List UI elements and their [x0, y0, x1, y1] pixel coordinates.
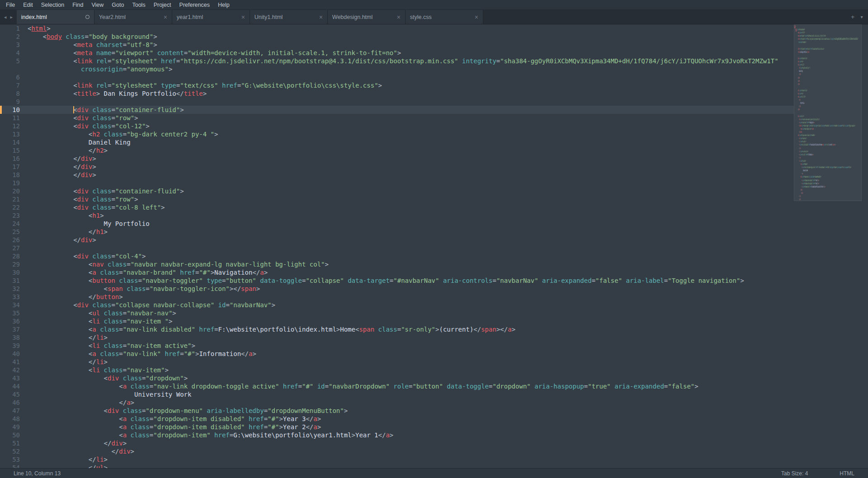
close-tab-icon[interactable]: ×	[164, 14, 167, 20]
code-line-49[interactable]: 49 <a class="dropdown-item disabled" hre…	[0, 423, 794, 431]
menu-view[interactable]: View	[87, 1, 108, 9]
menu-find[interactable]: Find	[68, 1, 87, 9]
code-text: <li class="nav-item active">	[28, 342, 195, 350]
code-line-34[interactable]: 34 <div class="collapse navbar-collapse"…	[0, 301, 794, 309]
code-line-19[interactable]: 19	[0, 179, 794, 187]
code-line-28[interactable]: 28 <div class="col-4">	[0, 252, 794, 260]
code-line-20[interactable]: 20 <div class="container-fluid">	[0, 187, 794, 195]
code-lines[interactable]: 1<html>2 <body class="body background">3…	[0, 24, 794, 468]
code-text: <h1>	[28, 211, 104, 220]
menu-goto[interactable]: Goto	[108, 1, 128, 9]
tab-year1.html[interactable]: year1.html×	[172, 10, 250, 24]
code-text: <div class="col-4">	[28, 252, 146, 260]
menu-help[interactable]: Help	[214, 1, 234, 9]
menu-file[interactable]: File	[2, 1, 19, 9]
close-tab-icon[interactable]: ×	[319, 14, 323, 20]
code-line-32[interactable]: 32 <span class="navbar-toggler-icon"></s…	[0, 285, 794, 293]
tab-Year2.html[interactable]: Year2.html×	[94, 10, 172, 24]
close-tab-icon[interactable]: ×	[397, 14, 401, 20]
code-line-36[interactable]: 36 <li class="nav-item ">	[0, 317, 794, 325]
menu-project[interactable]: Project	[150, 1, 175, 9]
code-line-33[interactable]: 33 </button>	[0, 293, 794, 301]
code-line-16[interactable]: 16 </div>	[0, 155, 794, 163]
code-line-35[interactable]: 35 <ul class="navbar-nav">	[0, 309, 794, 317]
code-line-9[interactable]: 9	[0, 98, 794, 106]
menu-selection[interactable]: Selection	[37, 1, 68, 9]
close-tab-icon[interactable]: ×	[241, 14, 245, 20]
code-line-3[interactable]: 3 <meta charset="utf-8">	[0, 41, 794, 49]
code-line-17[interactable]: 17 </div>	[0, 163, 794, 171]
minimap[interactable]: <html> <body class="body background"> <m…	[794, 24, 862, 468]
code-text: </li>	[28, 333, 108, 342]
code-text: </ul>	[28, 464, 108, 468]
tab-bar: ◀ ▶ index.htmlYear2.html×year1.html×Unit…	[0, 10, 868, 24]
code-line-40[interactable]: 40 <a class="nav-link" href="#">Informat…	[0, 350, 794, 358]
tab-style.css[interactable]: style.css×	[406, 10, 483, 24]
code-line-10[interactable]: 10 <div class="container-fluid">	[0, 106, 794, 114]
code-line-15[interactable]: 15 </h2>	[0, 146, 794, 155]
menu-tools[interactable]: Tools	[128, 1, 149, 9]
code-line-42[interactable]: 42 <li class="nav-item">	[0, 366, 794, 374]
code-line-45[interactable]: 45 University Work	[0, 390, 794, 398]
code-line-48[interactable]: 48 <a class="dropdown-item disabled" hre…	[0, 415, 794, 423]
menu-preferences[interactable]: Preferences	[175, 1, 214, 9]
code-line-23[interactable]: 23 <h1>	[0, 211, 794, 220]
tab-Webdesign.html[interactable]: Webdesign.html×	[328, 10, 406, 24]
line-number: 46	[0, 398, 20, 407]
line-number: 21	[0, 195, 20, 203]
code-line-31[interactable]: 31 <button class="navbar-toggler" type="…	[0, 276, 794, 285]
code-line-11[interactable]: 11 <div class="row">	[0, 114, 794, 122]
code-line-8[interactable]: 8 <title> Dan Kings Portfolio</title>	[0, 89, 794, 98]
tab-history-forward-icon[interactable]: ▶	[10, 15, 12, 19]
tab-Unity1.html[interactable]: Unity1.html×	[250, 10, 328, 24]
syntax-status[interactable]: HTML	[840, 470, 854, 477]
new-tab-icon[interactable]: +	[851, 14, 854, 20]
code-line-37[interactable]: 37 <a class="nav-link disabled" href=F:\…	[0, 325, 794, 333]
code-line-54[interactable]: 54 </ul>	[0, 464, 794, 468]
code-text: <div class="container-fluid">	[28, 187, 184, 195]
code-line-wrap[interactable]: crossorigin="anonymous">	[0, 65, 794, 73]
tab-overflow-icon[interactable]: ▾	[860, 14, 863, 20]
code-text: <a class="nav-link disabled" href=F:\web…	[28, 325, 515, 333]
code-line-5[interactable]: 5 <link rel="stylesheet" href="https://c…	[0, 57, 794, 65]
menu-edit[interactable]: Edit	[19, 1, 37, 9]
code-line-21[interactable]: 21 <div class="row">	[0, 195, 794, 203]
line-number: 50	[0, 431, 20, 439]
code-line-43[interactable]: 43 <div class="dropdown">	[0, 374, 794, 382]
modified-line-marker	[0, 106, 2, 114]
minimap-viewport[interactable]	[794, 24, 862, 201]
code-line-44[interactable]: 44 <a class="nav-link dropdown-toggle ac…	[0, 382, 794, 390]
code-line-22[interactable]: 22 <div class="col-8 left">	[0, 203, 794, 211]
code-line-29[interactable]: 29 <nav class="navbar navbar-expand-lg n…	[0, 260, 794, 268]
tab-history-back-icon[interactable]: ◀	[4, 15, 6, 19]
code-line-53[interactable]: 53 </li>	[0, 455, 794, 464]
code-line-7[interactable]: 7 <link rel="stylesheet" type="text/css"…	[0, 81, 794, 89]
code-line-41[interactable]: 41 </li>	[0, 358, 794, 366]
code-line-46[interactable]: 46 </a>	[0, 398, 794, 407]
code-line-2[interactable]: 2 <body class="body background">	[0, 33, 794, 41]
code-line-30[interactable]: 30 <a class="navbar-brand" href="#">Navi…	[0, 268, 794, 276]
code-line-4[interactable]: 4 <meta name="viewport" content="width=d…	[0, 49, 794, 57]
tab-index.html[interactable]: index.html	[17, 10, 94, 24]
code-line-14[interactable]: 14 Daniel King	[0, 138, 794, 146]
code-line-6[interactable]: 6	[0, 73, 794, 81]
tab-size-status[interactable]: Tab Size: 4	[781, 470, 808, 477]
line-number: 51	[0, 439, 20, 447]
code-line-13[interactable]: 13 <h2 class="bg-dark center2 py-4 ">	[0, 130, 794, 138]
code-text: <div class="col-12">	[28, 122, 150, 130]
code-line-38[interactable]: 38 </li>	[0, 333, 794, 342]
close-tab-icon[interactable]: ×	[475, 14, 478, 20]
code-line-25[interactable]: 25 </h1>	[0, 228, 794, 236]
code-line-18[interactable]: 18 </div>	[0, 171, 794, 179]
code-line-50[interactable]: 50 <a class="dropdown-item" href=G:\webs…	[0, 431, 794, 439]
code-line-51[interactable]: 51 </div>	[0, 439, 794, 447]
code-line-12[interactable]: 12 <div class="col-12">	[0, 122, 794, 130]
code-line-47[interactable]: 47 <div class="dropdown-menu" aria-label…	[0, 407, 794, 415]
code-line-24[interactable]: 24 My Portfolio	[0, 220, 794, 228]
code-line-39[interactable]: 39 <li class="nav-item active">	[0, 342, 794, 350]
code-line-27[interactable]: 27	[0, 244, 794, 252]
line-number: 18	[0, 171, 20, 179]
code-line-26[interactable]: 26 </div>	[0, 236, 794, 244]
code-line-52[interactable]: 52 </div>	[0, 447, 794, 455]
code-line-1[interactable]: 1<html>	[0, 24, 794, 33]
